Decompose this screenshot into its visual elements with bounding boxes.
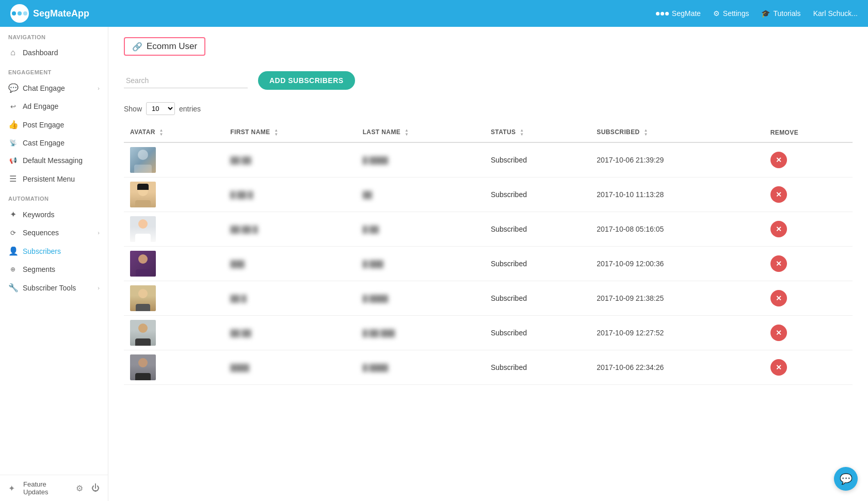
- cell-status: Subscribed: [485, 177, 590, 212]
- first-name-value: ██ ██: [230, 156, 251, 164]
- sort-icon-first-name: ▲▼: [274, 128, 278, 137]
- status-value: Subscribed: [491, 329, 527, 337]
- col-header-last-name[interactable]: LAST NAME ▲▼: [357, 123, 485, 142]
- first-name-value: █ ██ █: [230, 191, 253, 199]
- persistent-menu-icon: ☰: [8, 174, 18, 184]
- sidebar-item-segments[interactable]: ⊕ Segments: [0, 261, 108, 278]
- col-header-subscribed[interactable]: SUBSCRIBED ▲▼: [590, 123, 764, 142]
- remove-button[interactable]: ✕: [770, 325, 787, 341]
- cell-last-name: ██: [357, 177, 485, 212]
- cell-avatar: [124, 177, 224, 212]
- cell-avatar: [124, 281, 224, 316]
- sidebar-item-post-engage[interactable]: 👍 Post Engage: [0, 115, 108, 134]
- remove-button[interactable]: ✕: [770, 152, 787, 168]
- sidebar-item-keywords[interactable]: ✦ Keywords: [0, 205, 108, 224]
- last-name-value: ██: [363, 191, 372, 199]
- chat-bubble[interactable]: 💬: [834, 467, 858, 491]
- segmate-nav-item[interactable]: SegMate: [656, 9, 701, 18]
- col-label-first-name: FIRST NAME: [230, 128, 270, 136]
- sidebar-item-label: Segments: [23, 265, 55, 273]
- cell-status: Subscribed: [485, 281, 590, 316]
- add-subscribers-button[interactable]: ADD SUBSCRIBERS: [258, 71, 355, 90]
- settings-bottom-icon[interactable]: ⚙: [76, 483, 83, 493]
- cell-subscribed: 2017-10-08 05:16:05: [590, 212, 764, 247]
- cell-status: Subscribed: [485, 212, 590, 247]
- col-header-avatar[interactable]: AVATAR ▲▼: [124, 123, 224, 142]
- col-header-remove: REMOVE: [764, 123, 853, 142]
- col-label-remove: REMOVE: [770, 129, 798, 136]
- page-title-icon: 🔗: [132, 42, 142, 52]
- sidebar-item-label: Subscribers: [23, 247, 61, 255]
- sidebar-item-label: Post Engage: [23, 121, 64, 129]
- dashboard-icon: ⌂: [8, 48, 18, 57]
- status-value: Subscribed: [491, 260, 527, 268]
- arrow-icon: ›: [98, 230, 100, 236]
- cell-last-name: █ ████: [357, 350, 485, 385]
- app-logo[interactable]: SegMateApp: [10, 4, 89, 23]
- sidebar-item-default-messaging[interactable]: 📢 Default Messaging: [0, 152, 108, 169]
- search-input[interactable]: [124, 73, 248, 88]
- cast-engage-icon: 📡: [8, 139, 18, 147]
- app-name: SegMateApp: [33, 8, 89, 19]
- nav-section-label: NAVIGATION: [0, 27, 108, 43]
- cell-last-name: █ ████: [357, 281, 485, 316]
- remove-button[interactable]: ✕: [770, 359, 787, 376]
- status-value: Subscribed: [491, 190, 527, 199]
- feature-updates-icon[interactable]: ✦: [8, 483, 15, 493]
- cell-status: Subscribed: [485, 350, 590, 385]
- status-value: Subscribed: [491, 363, 527, 371]
- sidebar-item-label: Cast Engage: [23, 139, 65, 147]
- top-nav-items: SegMate ⚙ Settings 🎓 Tutorials Karl Schu…: [656, 9, 858, 18]
- subscribed-value: 2017-10-09 12:00:36: [597, 260, 664, 268]
- cell-remove: ✕: [764, 142, 853, 177]
- sidebar-item-sequences[interactable]: ⟳ Sequences ›: [0, 224, 108, 241]
- power-icon[interactable]: ⏻: [91, 483, 100, 493]
- status-value: Subscribed: [491, 225, 527, 233]
- sidebar-item-dashboard[interactable]: ⌂ Dashboard: [0, 43, 108, 62]
- sidebar-item-label: Chat Engage: [23, 84, 65, 92]
- cell-first-name: ███: [224, 247, 356, 281]
- sidebar-item-subscriber-tools[interactable]: 🔧 Subscriber Tools ›: [0, 278, 108, 297]
- remove-button[interactable]: ✕: [770, 255, 787, 272]
- user-menu[interactable]: Karl Schuck...: [813, 9, 858, 18]
- first-name-value: ██ ██ █: [230, 225, 258, 233]
- entries-select[interactable]: 10 25 50 100: [146, 102, 175, 115]
- feature-updates-label: Feature Updates: [23, 480, 68, 496]
- entries-label: entries: [179, 105, 201, 113]
- remove-button[interactable]: ✕: [770, 290, 787, 306]
- cell-avatar: [124, 350, 224, 385]
- sidebar: NAVIGATION ⌂ Dashboard Engagement 💬 Chat…: [0, 27, 108, 501]
- subscribed-value: 2017-10-09 12:27:52: [597, 329, 664, 337]
- cell-avatar: [124, 316, 224, 350]
- cell-remove: ✕: [764, 177, 853, 212]
- chat-bubble-icon: 💬: [840, 473, 853, 485]
- col-label-status: STATUS: [491, 128, 516, 136]
- sidebar-item-cast-engage[interactable]: 📡 Cast Engage: [0, 134, 108, 152]
- last-name-value: █ ███: [363, 260, 383, 268]
- status-value: Subscribed: [491, 294, 527, 302]
- cell-avatar: [124, 142, 224, 177]
- table-row: ███ █ ███ Subscribed 2017-10-09 12:00:36…: [124, 247, 853, 281]
- tutorials-nav-item[interactable]: 🎓 Tutorials: [761, 9, 800, 18]
- sidebar-item-persistent-menu[interactable]: ☰ Persistent Menu: [0, 169, 108, 188]
- sidebar-item-label: Persistent Menu: [23, 175, 75, 183]
- cell-last-name: █ ████: [357, 142, 485, 177]
- subscribed-value: 2017-10-06 22:34:26: [597, 363, 664, 371]
- sidebar-item-subscribers[interactable]: 👤 Subscribers: [0, 241, 108, 261]
- remove-button[interactable]: ✕: [770, 221, 787, 237]
- cell-subscribed: 2017-10-09 12:27:52: [590, 316, 764, 350]
- sidebar-item-chat-engage[interactable]: 💬 Chat Engage ›: [0, 78, 108, 98]
- col-header-status[interactable]: STATUS ▲▼: [485, 123, 590, 142]
- sidebar-item-ad-engage[interactable]: ↩ Ad Engage: [0, 98, 108, 115]
- chat-engage-icon: 💬: [8, 83, 18, 93]
- first-name-value: ██ █: [230, 295, 246, 302]
- subscribed-value: 2017-10-06 21:39:29: [597, 156, 664, 164]
- segmate-dots-icon: [656, 12, 669, 15]
- segments-icon: ⊕: [8, 266, 18, 273]
- arrow-icon: ›: [98, 285, 100, 291]
- arrow-icon: ›: [98, 85, 100, 91]
- status-value: Subscribed: [491, 156, 527, 164]
- settings-nav-item[interactable]: ⚙ Settings: [713, 9, 749, 18]
- col-header-first-name[interactable]: FIRST NAME ▲▼: [224, 123, 356, 142]
- remove-button[interactable]: ✕: [770, 186, 787, 203]
